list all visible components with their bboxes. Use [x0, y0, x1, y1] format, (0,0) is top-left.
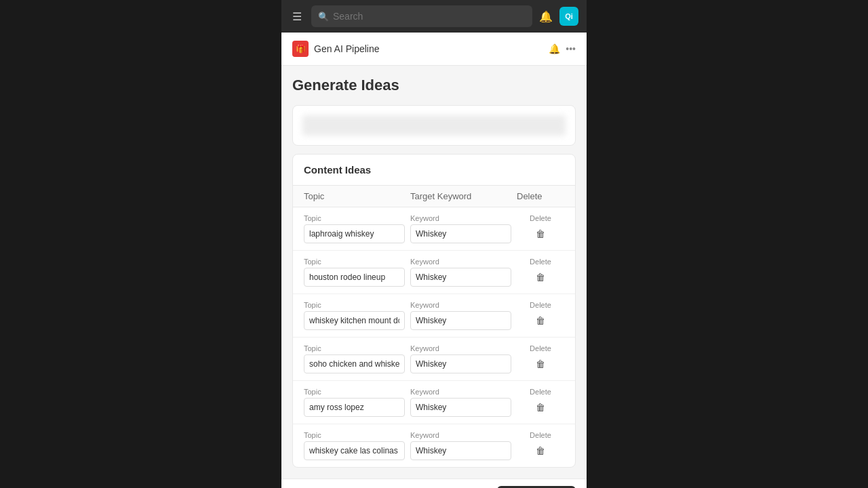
- hamburger-icon[interactable]: ☰: [290, 7, 304, 26]
- keyword-input-4[interactable]: [410, 354, 511, 373]
- topic-group-5: Topic: [304, 388, 405, 417]
- more-options-icon[interactable]: •••: [566, 43, 576, 54]
- keyword-label-3: Keyword: [410, 301, 511, 309]
- table-row: Topic Keyword Delete 🗑: [293, 251, 575, 294]
- keyword-input-2[interactable]: [410, 268, 511, 287]
- topic-group-3: Topic: [304, 301, 405, 330]
- delete-label-3: Delete: [530, 301, 551, 309]
- table-row: Topic Keyword Delete 🗑: [293, 338, 575, 381]
- content-ideas-header: Content Ideas: [293, 155, 575, 186]
- topic-label-3: Topic: [304, 301, 405, 309]
- page-title: Generate Ideas: [292, 77, 576, 94]
- delete-label-5: Delete: [530, 388, 551, 396]
- table-row: Topic Keyword Delete 🗑: [293, 424, 575, 467]
- topic-input-2[interactable]: [304, 268, 405, 287]
- delete-group-3: Delete 🗑: [517, 301, 564, 330]
- keyword-input-3[interactable]: [410, 311, 511, 330]
- delete-button-6[interactable]: 🗑: [533, 441, 548, 460]
- column-topic: Topic: [304, 191, 410, 201]
- table-header: Topic Target Keyword Delete: [293, 186, 575, 207]
- delete-group-6: Delete 🗑: [517, 431, 564, 460]
- bottom-bar: Generate Ideas Add Keywords: [281, 479, 587, 488]
- avatar[interactable]: Qi: [559, 7, 578, 26]
- content-ideas-card: Content Ideas Topic Target Keyword Delet…: [292, 154, 576, 468]
- keyword-label-5: Keyword: [410, 388, 511, 396]
- delete-button-5[interactable]: 🗑: [533, 398, 548, 417]
- delete-button-3[interactable]: 🗑: [533, 311, 548, 330]
- delete-group-4: Delete 🗑: [517, 344, 564, 373]
- search-bar[interactable]: 🔍: [311, 5, 532, 27]
- topic-group-1: Topic: [304, 214, 405, 243]
- page-header: 🎁 Gen AI Pipeline 🔔 •••: [281, 33, 587, 66]
- bell-header-icon[interactable]: 🔔: [549, 43, 560, 54]
- keyword-label-1: Keyword: [410, 214, 511, 222]
- topic-group-4: Topic: [304, 344, 405, 373]
- delete-group-5: Delete 🗑: [517, 388, 564, 417]
- delete-label-6: Delete: [530, 431, 551, 439]
- keyword-group-6: Keyword: [410, 431, 511, 460]
- column-delete: Delete: [517, 191, 564, 201]
- search-icon: 🔍: [318, 12, 329, 22]
- topic-label-5: Topic: [304, 388, 405, 396]
- topic-group-6: Topic: [304, 431, 405, 460]
- page-header-left: 🎁 Gen AI Pipeline: [292, 41, 380, 57]
- topic-label-6: Topic: [304, 431, 405, 439]
- table-row: Topic Keyword Delete 🗑: [293, 381, 575, 424]
- main-content: Generate Ideas Content Ideas Topic Targe…: [281, 66, 587, 479]
- topic-label-4: Topic: [304, 344, 405, 352]
- topic-input-4[interactable]: [304, 354, 405, 373]
- delete-label-2: Delete: [530, 258, 551, 266]
- keyword-group-2: Keyword: [410, 258, 511, 287]
- delete-button-4[interactable]: 🗑: [533, 354, 548, 373]
- keyword-group-5: Keyword: [410, 388, 511, 417]
- table-row: Topic Keyword Delete 🗑: [293, 207, 575, 251]
- keyword-input-5[interactable]: [410, 398, 511, 417]
- topic-input-6[interactable]: [304, 441, 405, 460]
- keyword-label-2: Keyword: [410, 258, 511, 266]
- topic-group-2: Topic: [304, 258, 405, 287]
- topic-input-5[interactable]: [304, 398, 405, 417]
- delete-group-2: Delete 🗑: [517, 258, 564, 287]
- page-header-title: Gen AI Pipeline: [314, 43, 380, 54]
- app-icon: 🎁: [292, 41, 309, 57]
- delete-label-4: Delete: [530, 344, 551, 352]
- keyword-group-4: Keyword: [410, 344, 511, 373]
- blurred-content: [302, 115, 566, 136]
- keyword-label-4: Keyword: [410, 344, 511, 352]
- keyword-input-1[interactable]: [410, 224, 511, 243]
- bell-icon[interactable]: 🔔: [539, 10, 553, 23]
- topic-label-2: Topic: [304, 258, 405, 266]
- delete-label-1: Delete: [530, 214, 551, 222]
- delete-button-1[interactable]: 🗑: [533, 224, 548, 243]
- page-header-actions: 🔔 •••: [549, 43, 576, 54]
- keyword-group-3: Keyword: [410, 301, 511, 330]
- topic-input-1[interactable]: [304, 224, 405, 243]
- table-row: Topic Keyword Delete 🗑: [293, 294, 575, 338]
- column-keyword: Target Keyword: [410, 191, 517, 201]
- keyword-group-1: Keyword: [410, 214, 511, 243]
- keyword-input-6[interactable]: [410, 441, 511, 460]
- keyword-label-6: Keyword: [410, 431, 511, 439]
- delete-button-2[interactable]: 🗑: [533, 268, 548, 287]
- top-nav: ☰ 🔍 🔔 Qi: [281, 0, 587, 33]
- topic-input-3[interactable]: [304, 311, 405, 330]
- topic-label-1: Topic: [304, 214, 405, 222]
- delete-group-1: Delete 🗑: [517, 214, 564, 243]
- top-card: [292, 105, 576, 146]
- search-input[interactable]: [333, 11, 526, 22]
